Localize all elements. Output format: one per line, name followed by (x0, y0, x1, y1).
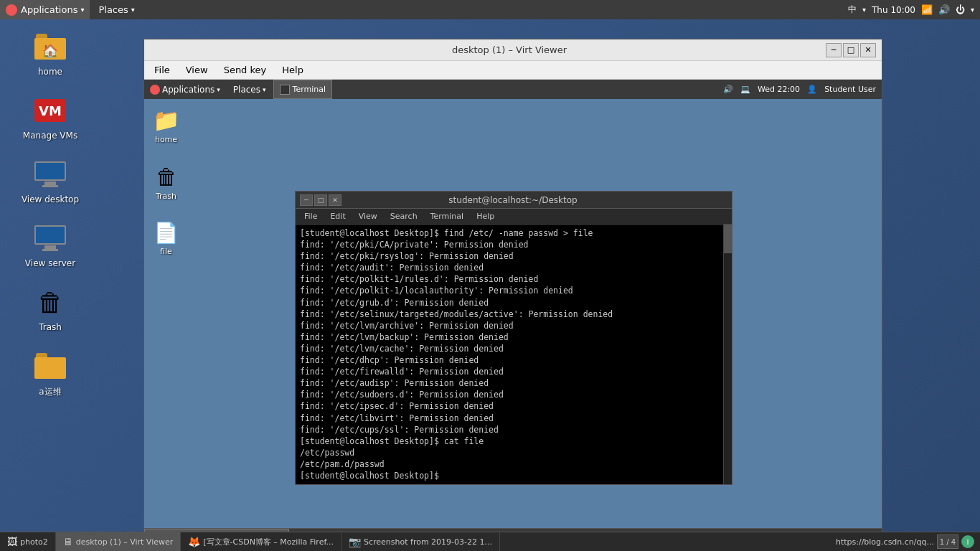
applications-menu[interactable]: Applications ▾ (0, 0, 90, 19)
guest-app-icon (150, 85, 160, 95)
volume-icon: 🔊 (938, 4, 950, 15)
host-taskbar-left: Applications ▾ Places ▾ (0, 0, 141, 19)
guest-applications-chevron: ▾ (217, 86, 220, 93)
trash-label: Trash (39, 322, 62, 332)
power-icon: ⏻ (956, 4, 965, 15)
terminal-title-text: student@localhost:~/Desktop (341, 195, 684, 205)
desktop-icons-panel: 🏠 home VM Manage VMs View desktop (0, 19, 100, 532)
terminal-scrollbar-thumb[interactable] (724, 225, 732, 253)
desktop-icon-trash[interactable]: 🗑 Trash (11, 282, 90, 335)
virt-menubar: File View Send key Help (144, 61, 882, 80)
virt-close-button[interactable]: ✕ (860, 43, 876, 57)
guest-taskbar-left: Applications ▾ Places ▾ Terminal (144, 80, 332, 99)
desktop-icon-a-ops[interactable]: a运维 (11, 346, 90, 401)
guest-applications-label: Applications (162, 85, 215, 95)
guest-icons-panel: 📁 home 🗑 Trash 📄 file (150, 105, 182, 259)
view-desktop-label: View desktop (22, 194, 79, 204)
input-method-chevron: ▾ (862, 6, 866, 14)
monitor-screen (34, 161, 66, 181)
applications-icon (6, 4, 17, 16)
desktop-icon-view-desktop[interactable]: View desktop (11, 154, 90, 207)
taskbar-item-virt-viewer[interactable]: 🖥 desktop (1) – Virt Viewer (56, 532, 182, 552)
virt-maximize-button[interactable]: □ (843, 43, 859, 57)
terminal-menu-edit[interactable]: Edit (324, 211, 351, 222)
server-monitor-base (42, 249, 58, 251)
virt-window-buttons: ─ □ ✕ (826, 43, 876, 57)
firefox-label: [写文章-CSDN博客 – Mozilla Firef... (203, 537, 334, 547)
virt-title-bar: desktop (1) – Virt Viewer ─ □ ✕ (144, 39, 882, 61)
virt-menu-help[interactable]: Help (275, 63, 311, 77)
view-server-label: View server (25, 258, 75, 268)
places-label: Places (98, 4, 128, 15)
terminal-scrollbar[interactable] (723, 225, 732, 484)
desktop-icon-manage-vms[interactable]: VM Manage VMs (11, 90, 90, 143)
host-taskbar-right: 中 ▾ Thu 10:00 📶 🔊 ⏻ ▾ (848, 4, 980, 16)
guest-taskbar-right: 🔊 💻 Wed 22:00 👤 Student User (723, 85, 882, 94)
virt-menu-file[interactable]: File (147, 63, 177, 77)
guest-file-label: file (160, 247, 172, 256)
guest-places-menu[interactable]: Places ▾ (227, 80, 272, 99)
vm-logo: VM (34, 99, 66, 122)
view-desktop-icon (33, 157, 67, 192)
server-monitor-screen (34, 225, 66, 245)
terminal-minimize-button[interactable]: ─ (300, 194, 313, 206)
power-chevron: ▾ (971, 6, 974, 14)
places-chevron: ▾ (131, 6, 135, 14)
firefox-icon: 🦊 (188, 536, 200, 547)
virt-minimize-button[interactable]: ─ (826, 43, 842, 57)
input-method-icon: 中 (848, 4, 857, 16)
virt-menu-view[interactable]: View (179, 63, 215, 77)
terminal-close-button[interactable]: ✕ (329, 194, 341, 206)
trash-icon: 🗑 (33, 285, 67, 319)
monitor-base (42, 185, 58, 187)
wifi-icon: 📶 (921, 4, 933, 15)
a-ops-folder-body (34, 357, 66, 379)
terminal-menu-view[interactable]: View (353, 211, 383, 222)
guest-home-icon: 📁 (153, 108, 179, 133)
host-taskbar-bottom-right: https://blog.csdn.cn/qq... 1 / 4 i (836, 534, 980, 549)
home-icon-label: home (38, 67, 62, 77)
guest-terminal-icon (280, 85, 290, 95)
host-pager-icon: i (961, 535, 974, 548)
taskbar-item-firefox[interactable]: 🦊 [写文章-CSDN博客 – Mozilla Firef... (181, 532, 341, 552)
guest-icon-trash[interactable]: 🗑 Trash (150, 161, 182, 204)
guest-icon-file[interactable]: 📄 file (150, 218, 182, 259)
host-pager[interactable]: 1 / 4 (937, 534, 958, 549)
host-taskbar-top: Applications ▾ Places ▾ 中 ▾ Thu 10:00 📶 … (0, 0, 980, 19)
terminal-window-buttons: ─ □ ✕ (300, 194, 341, 206)
desktop-icon-view-server[interactable]: View server (11, 218, 90, 271)
terminal-maximize-button[interactable]: □ (314, 194, 327, 206)
guest-terminal-button[interactable]: Terminal (273, 80, 333, 99)
terminal-content[interactable]: [student@localhost Desktop]$ find /etc/ … (296, 225, 732, 484)
virt-title-text: desktop (1) – Virt Viewer (193, 44, 826, 55)
desktop-icon-home[interactable]: 🏠 home (11, 27, 90, 80)
terminal-menu-help[interactable]: Help (471, 211, 500, 222)
terminal-menu-file[interactable]: File (298, 211, 323, 222)
guest-icon-home[interactable]: 📁 home (150, 105, 182, 147)
terminal-menu-search[interactable]: Search (385, 211, 423, 222)
taskbar-item-screenshot[interactable]: 📷 Screenshot from 2019-03-22 1... (341, 532, 500, 552)
home-icon: 🏠 (33, 29, 67, 64)
guest-trash-label: Trash (156, 192, 176, 201)
virt-viewer-taskbar-icon: 🖥 (63, 536, 73, 547)
guest-terminal-label: Terminal (293, 85, 326, 94)
guest-trash-icon: 🗑 (156, 164, 177, 189)
places-menu[interactable]: Places ▾ (93, 0, 140, 19)
folder-body: 🏠 (34, 38, 66, 60)
virt-menu-send-key[interactable]: Send key (217, 63, 274, 77)
clock: Thu 10:00 (872, 5, 915, 15)
guest-screen-icon: 💻 (740, 85, 750, 94)
host-url: https://blog.csdn.cn/qq... (836, 537, 934, 547)
guest-clock: Wed 22:00 (758, 85, 800, 94)
a-ops-icon (33, 349, 67, 383)
taskbar-item-photo2[interactable]: 🖼 photo2 (0, 532, 56, 552)
guest-applications-menu[interactable]: Applications ▾ (144, 80, 226, 99)
terminal-menu-terminal[interactable]: Terminal (425, 211, 470, 222)
host-bottom-taskbar: 🖼 photo2 🖥 desktop (1) – Virt Viewer 🦊 [… (0, 532, 980, 551)
applications-chevron: ▾ (80, 6, 84, 14)
screenshot-icon: 📷 (349, 536, 361, 547)
guest-home-label: home (155, 135, 177, 144)
view-server-icon (33, 221, 67, 255)
virt-viewer-taskbar-label: desktop (1) – Virt Viewer (76, 537, 174, 547)
guest-user-label: Student User (824, 85, 876, 94)
